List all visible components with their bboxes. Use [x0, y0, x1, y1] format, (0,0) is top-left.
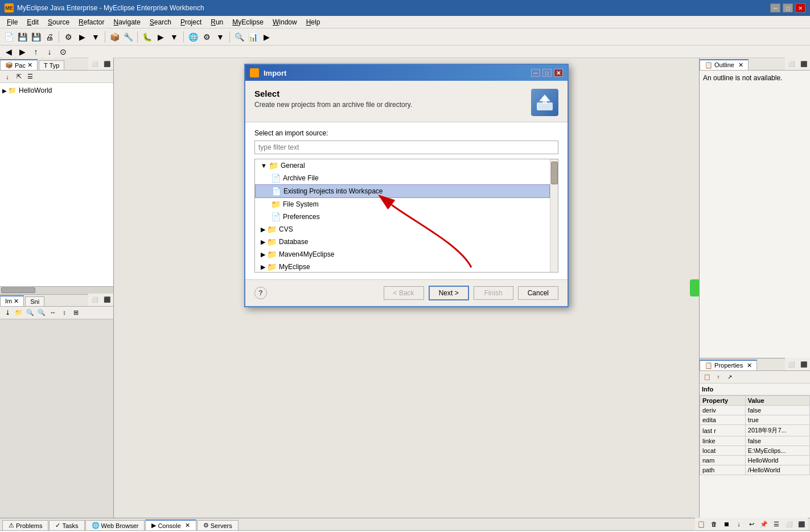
- maven-toggle[interactable]: ▶: [261, 251, 265, 258]
- tree-node-maven[interactable]: ▶ 📁 Maven4MyEclipse: [255, 248, 550, 261]
- tab-console[interactable]: ▶ Console ✕: [145, 519, 196, 530]
- database-toggle[interactable]: ▶: [261, 238, 265, 246]
- toolbar-save-all[interactable]: 💾: [30, 31, 42, 43]
- console-menu[interactable]: ☰: [770, 518, 783, 530]
- tab-servers[interactable]: ⚙ Servers: [197, 520, 239, 530]
- dialog-filter-input[interactable]: [254, 141, 558, 154]
- general-toggle[interactable]: ▼: [261, 162, 267, 169]
- minimize-button[interactable]: ─: [770, 3, 780, 13]
- img-btn1[interactable]: ⤓: [2, 307, 13, 317]
- tree-node-general[interactable]: ▼ 📁 General: [255, 159, 550, 172]
- toolbar-btn-10[interactable]: ▶: [260, 31, 273, 43]
- finish-button[interactable]: Finish: [474, 286, 513, 300]
- tree-node-existing[interactable]: 📄 Existing Projects into Workspace: [255, 184, 550, 198]
- cancel-button[interactable]: Cancel: [518, 286, 558, 300]
- tree-node-preferences[interactable]: 📄 Preferences: [255, 211, 550, 223]
- menu-window[interactable]: Window: [268, 17, 302, 27]
- properties-tab[interactable]: 📋 Properties ✕: [700, 360, 757, 370]
- close-button[interactable]: ✕: [795, 3, 805, 13]
- toolbar-btn-1[interactable]: ⚙: [62, 31, 75, 43]
- menu-project[interactable]: Project: [176, 17, 206, 27]
- properties-max[interactable]: ⬛: [797, 358, 810, 370]
- dialog-close[interactable]: ✕: [554, 69, 563, 77]
- maximize-button[interactable]: □: [783, 3, 793, 13]
- left-panel-max[interactable]: ⬛: [101, 57, 113, 70]
- toolbar-debug[interactable]: 🐛: [141, 31, 153, 43]
- myeclipse-toggle[interactable]: ▶: [261, 263, 265, 271]
- toolbar-btn-2[interactable]: ▶: [76, 31, 88, 43]
- menu-help[interactable]: Help: [302, 17, 325, 27]
- console-clear[interactable]: 🗑: [708, 518, 720, 530]
- properties-min[interactable]: ⬜: [785, 358, 797, 370]
- help-button[interactable]: ?: [254, 287, 267, 299]
- tab-tasks[interactable]: ✓ Tasks: [49, 520, 84, 530]
- packages-close[interactable]: ✕: [27, 61, 32, 69]
- menu-run[interactable]: Run: [206, 17, 228, 27]
- image-close[interactable]: ✕: [14, 298, 19, 305]
- tree-node-archive[interactable]: 📄 Archive File: [255, 172, 550, 184]
- toolbar2-btn3[interactable]: ↑: [30, 46, 42, 58]
- console-min2[interactable]: ⬜: [783, 518, 795, 530]
- toolbar-btn-3[interactable]: ▼: [89, 31, 102, 43]
- outline-close[interactable]: ✕: [738, 61, 743, 68]
- menu-refactor[interactable]: Refactor: [74, 17, 109, 27]
- console-pin[interactable]: 📌: [758, 518, 770, 530]
- tab-image[interactable]: Im ✕: [0, 295, 24, 306]
- menu-file[interactable]: File: [2, 17, 22, 27]
- hscroll-thumb[interactable]: [1, 287, 35, 293]
- next-button[interactable]: Next >: [429, 286, 469, 300]
- toolbar-btn-6[interactable]: ⚙: [200, 31, 213, 43]
- collapse-all[interactable]: ↓: [2, 72, 13, 82]
- tab-snippets[interactable]: Sni: [25, 296, 44, 306]
- tree-scrollbar[interactable]: [550, 159, 558, 272]
- img-btn4[interactable]: 🔍: [36, 307, 47, 317]
- prop-btn1[interactable]: 📋: [702, 372, 712, 382]
- dialog-title-controls[interactable]: ─ □ ✕: [531, 69, 563, 77]
- tab-packages[interactable]: 📦 Pac ✕: [0, 59, 38, 70]
- tab-webbrowser[interactable]: 🌐 Web Browser: [85, 520, 145, 530]
- menu-search[interactable]: Search: [145, 17, 176, 27]
- console-stop[interactable]: ⏹: [720, 518, 733, 530]
- outline-max[interactable]: ⬛: [797, 57, 810, 70]
- toolbar-new[interactable]: 📄: [2, 31, 15, 43]
- tab-problems[interactable]: ⚠ Problems: [2, 520, 48, 530]
- left-panel2-min[interactable]: ⬜: [88, 294, 101, 306]
- prop-btn2[interactable]: ↑: [713, 372, 723, 382]
- dialog-minimize[interactable]: ─: [531, 69, 540, 77]
- console-scroll[interactable]: ↓: [733, 518, 745, 530]
- img-btn3[interactable]: 🔍: [25, 307, 35, 317]
- img-btn7[interactable]: ⊞: [71, 307, 81, 317]
- left-panel-hscroll[interactable]: [0, 286, 113, 294]
- outline-min[interactable]: ⬜: [785, 57, 797, 70]
- toolbar-run-drop[interactable]: ▼: [168, 31, 180, 43]
- toolbar2-btn4[interactable]: ↓: [43, 46, 56, 58]
- left-panel-min[interactable]: ⬜: [88, 57, 101, 70]
- tree-item-helloworld[interactable]: ▶ 📁 HelloWorld: [2, 85, 111, 96]
- menu-myeclipse[interactable]: MyEclipse: [228, 17, 268, 27]
- outline-tab[interactable]: 📋 Outline ✕: [700, 59, 749, 70]
- toolbar-save[interactable]: 💾: [16, 31, 28, 43]
- tree-node-filesystem[interactable]: 📁 File System: [255, 198, 550, 211]
- img-btn5[interactable]: ↔: [48, 307, 58, 317]
- cvs-toggle[interactable]: ▶: [261, 226, 265, 233]
- back-button[interactable]: < Back: [384, 286, 424, 300]
- tree-node-cvs[interactable]: ▶ 📁 CVS: [255, 223, 550, 236]
- console-wrap[interactable]: ↩: [745, 518, 758, 530]
- left-panel2-max[interactable]: ⬛: [101, 294, 113, 306]
- menu-navigate[interactable]: Navigate: [109, 17, 145, 27]
- toolbar-server[interactable]: 🌐: [187, 31, 199, 43]
- properties-close[interactable]: ✕: [747, 362, 752, 369]
- tree-node-myeclipse[interactable]: ▶ 📁 MyEclipse: [255, 261, 550, 272]
- toolbar-btn-8[interactable]: 🔍: [233, 31, 245, 43]
- view-menu[interactable]: ☰: [25, 72, 35, 82]
- console-close[interactable]: ✕: [185, 522, 190, 529]
- link-editor[interactable]: ⇱: [14, 72, 24, 82]
- toolbar-btn-5[interactable]: 🔧: [122, 31, 134, 43]
- tab-types[interactable]: T Typ: [39, 60, 64, 70]
- tree-scroll-thumb[interactable]: [551, 162, 558, 184]
- tree-node-database[interactable]: ▶ 📁 Database: [255, 236, 550, 248]
- console-max2[interactable]: ⬛: [795, 518, 808, 530]
- menu-source[interactable]: Source: [43, 17, 74, 27]
- img-btn6[interactable]: ↕: [59, 307, 69, 317]
- toolbar-btn-7[interactable]: ▼: [214, 31, 227, 43]
